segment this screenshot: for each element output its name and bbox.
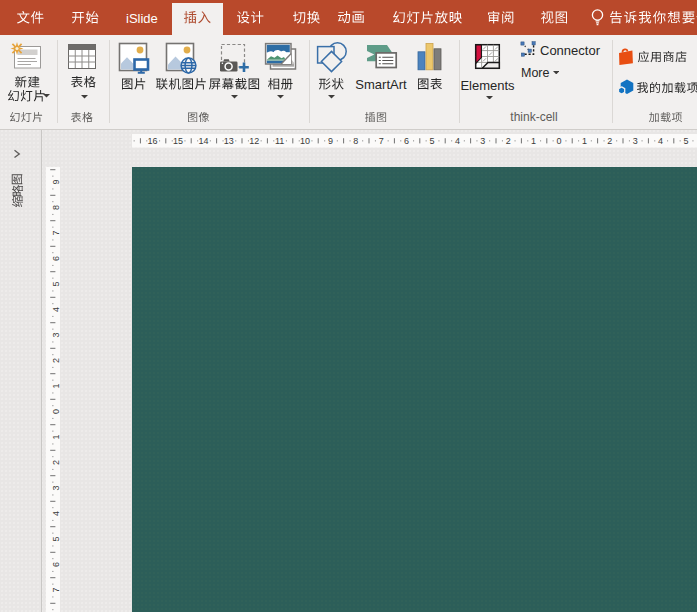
- svg-text:3: 3: [633, 136, 638, 146]
- svg-text:2: 2: [607, 136, 612, 146]
- svg-text:11: 11: [275, 136, 284, 146]
- svg-text:10: 10: [300, 136, 310, 146]
- svg-text:15: 15: [173, 136, 183, 146]
- svg-text:6: 6: [51, 256, 60, 261]
- svg-text:2: 2: [51, 358, 60, 363]
- svg-text:4: 4: [658, 136, 663, 146]
- svg-text:5: 5: [683, 136, 688, 146]
- svg-text:8: 8: [353, 136, 358, 146]
- svg-text:1: 1: [531, 136, 536, 146]
- svg-text:6: 6: [51, 562, 60, 567]
- svg-text:1: 1: [51, 434, 60, 439]
- svg-text:7: 7: [379, 136, 384, 146]
- svg-text:3: 3: [480, 136, 485, 146]
- svg-text:4: 4: [51, 511, 60, 516]
- svg-text:0: 0: [51, 409, 60, 414]
- svg-text:7: 7: [51, 230, 60, 235]
- svg-text:8: 8: [51, 205, 60, 210]
- svg-text:5: 5: [51, 536, 60, 541]
- svg-text:3: 3: [51, 485, 60, 490]
- svg-text:1: 1: [51, 383, 60, 388]
- svg-text:5: 5: [51, 281, 60, 286]
- svg-text:4: 4: [51, 307, 60, 312]
- svg-text:7: 7: [51, 587, 60, 592]
- svg-text:16: 16: [148, 136, 158, 146]
- svg-text:3: 3: [51, 332, 60, 337]
- svg-text:14: 14: [198, 136, 208, 146]
- svg-text:4: 4: [455, 136, 460, 146]
- svg-text:12: 12: [249, 136, 259, 146]
- svg-text:6: 6: [404, 136, 409, 146]
- svg-text:0: 0: [556, 136, 561, 146]
- svg-text:5: 5: [429, 136, 434, 146]
- svg-text:9: 9: [51, 179, 60, 184]
- svg-text:13: 13: [224, 136, 234, 146]
- svg-text:9: 9: [328, 136, 333, 146]
- svg-text:1: 1: [582, 136, 587, 146]
- svg-text:2: 2: [506, 136, 511, 146]
- svg-text:2: 2: [51, 460, 60, 465]
